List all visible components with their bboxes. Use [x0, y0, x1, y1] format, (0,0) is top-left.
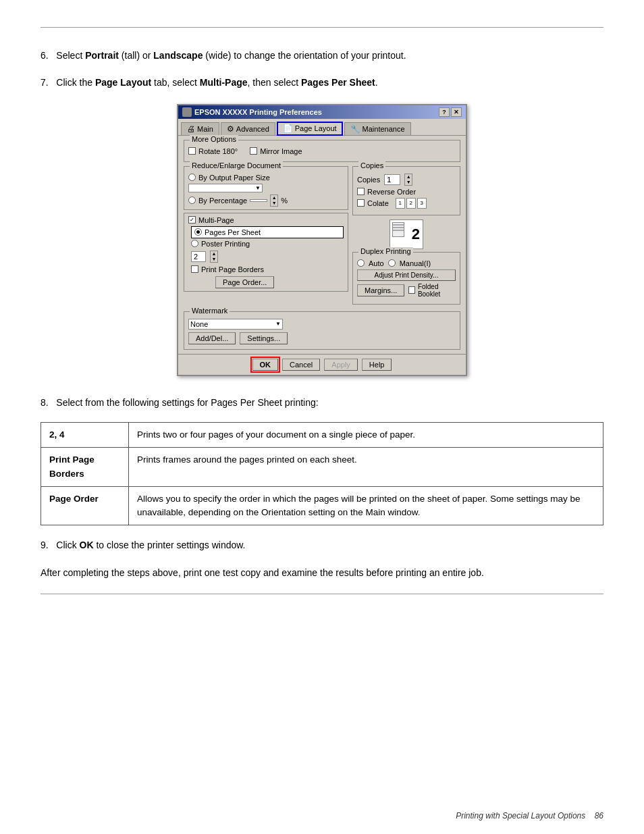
- tab-page-layout[interactable]: 📄 Page Layout: [277, 122, 343, 136]
- step-8-number: 8.: [41, 397, 49, 408]
- collate-checkbox[interactable]: [357, 199, 365, 207]
- rotate-checkbox[interactable]: [188, 147, 196, 155]
- table-cell-2-1: Print PageBorders: [41, 448, 129, 487]
- collate-checkbox-row: Colate: [357, 199, 389, 207]
- pages-count-row: 2 ▲ ▼: [191, 251, 344, 263]
- apply-button[interactable]: Apply: [324, 359, 358, 371]
- folded-booklet-checkbox[interactable]: [408, 286, 415, 294]
- left-col: Reduce/Enlarge Document By Output Paper …: [184, 166, 348, 309]
- rotate-label: Rotate 180°: [198, 147, 238, 155]
- watermark-settings-button[interactable]: Settings...: [240, 332, 288, 344]
- dialog-title: EPSON XXXXX Printing Preferences: [194, 108, 322, 116]
- mirror-checkbox[interactable]: [250, 147, 257, 155]
- auto-label: Auto: [369, 259, 384, 267]
- page-order-button[interactable]: Page Order...: [215, 276, 274, 288]
- copies-up[interactable]: ▲: [405, 174, 412, 180]
- manual-radio[interactable]: [388, 259, 396, 267]
- step-8-text: Select from the following settings for P…: [56, 397, 318, 408]
- multipage-section: Multi-Page Pages Per Sheet Poster Printi…: [184, 213, 348, 292]
- pages-count-spinner[interactable]: ▲ ▼: [210, 251, 218, 263]
- after-text: After completing the steps above, print …: [41, 565, 603, 580]
- watermark-select[interactable]: None ▼: [188, 319, 283, 330]
- settings-table-body: 2, 4 Prints two or four pages of your do…: [41, 423, 603, 525]
- collate-icon-3: 3: [417, 198, 427, 209]
- copies-group: Copies Copies 1 ▲ ▼: [352, 166, 460, 215]
- watermark-value: None: [190, 320, 208, 328]
- maintenance-tab-icon: 🔧: [350, 124, 360, 134]
- tab-main[interactable]: 🖨 Main: [181, 122, 219, 135]
- multi-page-options: Pages Per Sheet Poster Printing: [191, 226, 344, 248]
- spinner-down[interactable]: ▼: [271, 201, 277, 206]
- spinner-up[interactable]: ▲: [271, 195, 277, 201]
- tab-maintenance-label: Maintenance: [363, 125, 405, 133]
- duplex-content: Auto Manual(I) Adjust Print Density... M…: [357, 259, 456, 298]
- landscape-bold: Landscape: [153, 50, 203, 61]
- pages-count-input[interactable]: 2: [191, 251, 206, 262]
- reverse-order-checkbox[interactable]: [357, 188, 365, 195]
- cancel-button[interactable]: Cancel: [282, 359, 320, 371]
- footer-label: Printing with Special Layout Options: [456, 811, 585, 820]
- poster-printing-row: Poster Printing: [191, 240, 344, 248]
- copies-input[interactable]: 1: [384, 174, 400, 185]
- step-9-number: 9.: [41, 540, 49, 550]
- page-layout-tab-icon: 📄: [283, 124, 293, 133]
- multi-page-bold: Multi-Page: [200, 77, 248, 88]
- copies-value-label: Copies: [357, 176, 380, 184]
- pages-count-up[interactable]: ▲: [211, 251, 217, 257]
- print-borders-checkbox[interactable]: [191, 265, 198, 273]
- multi-page-checkbox[interactable]: [188, 216, 196, 224]
- table-row-2: Print PageBorders Prints frames around t…: [41, 448, 603, 487]
- print-borders-row: Print Page Borders: [191, 265, 344, 273]
- by-output-radio[interactable]: [188, 174, 196, 181]
- more-options-label: More Options: [190, 135, 238, 143]
- duplex-group: Duplex Printing Auto Manual(I) Adjust Pr…: [352, 252, 460, 305]
- percentage-spinner[interactable]: ▲ ▼: [270, 194, 278, 207]
- page-layout-bold: Page Layout: [95, 77, 151, 88]
- reverse-order-label: Reverse Order: [367, 188, 416, 196]
- by-percentage-radio[interactable]: [188, 197, 196, 204]
- step-7: 7. Click the Page Layout tab, select Mul…: [41, 75, 603, 90]
- multi-page-label: Multi-Page: [198, 216, 234, 224]
- help-titlebar-btn[interactable]: ?: [439, 107, 450, 117]
- preview-line-1: [393, 224, 404, 226]
- adjust-density-button[interactable]: Adjust Print Density...: [357, 269, 456, 281]
- poster-printing-radio[interactable]: [191, 240, 198, 247]
- help-button[interactable]: Help: [362, 359, 392, 371]
- output-select[interactable]: ▼: [188, 184, 263, 192]
- dialog-body: More Options Rotate 180° Mirror Image: [178, 136, 466, 354]
- tab-main-label: Main: [197, 125, 213, 133]
- reduce-section: Reduce/Enlarge Document By Output Paper …: [184, 166, 348, 210]
- poster-printing-label: Poster Printing: [201, 240, 250, 248]
- by-output-label: By Output Paper Size: [198, 174, 270, 182]
- copies-down[interactable]: ▼: [405, 180, 412, 185]
- margins-row: Margins... Folded Booklet: [357, 283, 456, 298]
- close-titlebar-btn[interactable]: ✕: [451, 107, 462, 117]
- dialog-titlebar: EPSON XXXXX Printing Preferences ? ✕: [178, 105, 466, 119]
- printing-preferences-dialog: EPSON XXXXX Printing Preferences ? ✕ 🖨 M…: [177, 104, 467, 376]
- duplex-group-label: Duplex Printing: [358, 247, 413, 255]
- margins-button[interactable]: Margins...: [357, 284, 404, 296]
- collate-icons: 1 2 3: [396, 198, 427, 209]
- tab-page-layout-label: Page Layout: [295, 124, 337, 132]
- right-col: Copies Copies 1 ▲ ▼: [352, 166, 460, 309]
- pages-per-sheet-radio[interactable]: [194, 228, 202, 236]
- by-output-row: By Output Paper Size: [188, 174, 344, 182]
- watermark-buttons-row: Add/Del... Settings...: [188, 332, 456, 344]
- ok-button[interactable]: OK: [252, 359, 279, 371]
- auto-radio[interactable]: [357, 259, 365, 267]
- tab-maintenance[interactable]: 🔧 Maintenance: [344, 122, 411, 135]
- add-del-button[interactable]: Add/Del...: [188, 332, 236, 344]
- copies-spinner[interactable]: ▲ ▼: [404, 174, 412, 186]
- table-row-3: Page Order Allows you to specify the ord…: [41, 486, 603, 525]
- preview-number: 2: [412, 226, 420, 243]
- dialog-footer: OK Cancel Apply Help: [178, 354, 466, 375]
- pages-count-down[interactable]: ▼: [211, 257, 217, 262]
- tab-advanced[interactable]: ⚙ Advanced: [221, 122, 275, 135]
- footer-page: 86: [595, 811, 603, 820]
- collate-row: Colate 1 2 3: [357, 198, 456, 209]
- portrait-bold: Portrait: [85, 50, 119, 61]
- mirror-checkbox-row: Mirror Image: [250, 147, 302, 155]
- folded-booklet-row: Folded Booklet: [408, 283, 456, 298]
- percentage-input[interactable]: [250, 199, 267, 202]
- percentage-symbol: %: [281, 197, 288, 205]
